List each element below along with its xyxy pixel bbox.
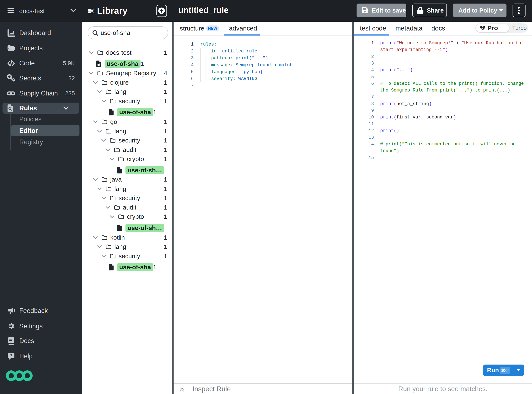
svg-text:?: ? (10, 353, 12, 358)
